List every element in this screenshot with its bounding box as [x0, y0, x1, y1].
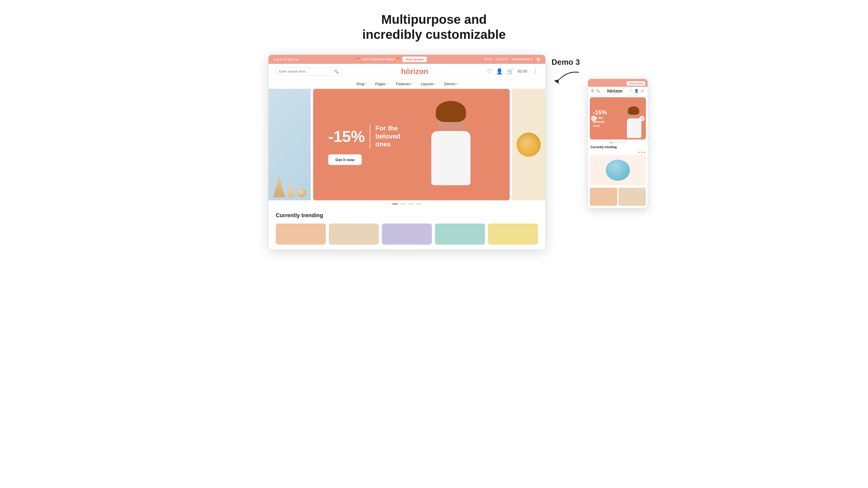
mobile-hero-content: -15% For the beloved ones [590, 106, 610, 131]
discount-value: -15% [328, 128, 365, 144]
trending-card-5[interactable] [488, 224, 538, 245]
site-nav: Shop ▾ Pages ▾ Features ▾ Layouts ▾ Demo… [269, 79, 545, 89]
logo-text: hòrizon [401, 67, 428, 76]
language-selector[interactable]: EN ▾ [485, 57, 492, 61]
demo-arrow-icon [552, 69, 582, 84]
nav-demos[interactable]: Demos ▾ [444, 82, 458, 86]
nav-shop[interactable]: Shop ▾ [356, 82, 367, 86]
trending-card-img-5 [488, 224, 538, 245]
mobile-stars-area: ★★★ [588, 151, 648, 155]
mobile-hero: ‹ -15% For the beloved ones › [590, 97, 646, 139]
demo-wrapper: Log in or Sign up 🔥 Jetzt Kostenlos test… [268, 55, 600, 250]
mobile-mockup: Jetzt testen ☰ 🔍 hòrizon ♡ 👤 🛒 ‹ -15% Fo… [588, 78, 648, 208]
mobile-discount: -15% [593, 109, 607, 116]
mobile-account-icon[interactable]: 👤 [634, 89, 639, 93]
carousel-dot-3[interactable] [408, 203, 414, 204]
promo-text: 🔥 Jetzt Kostenlos testen! 🔥 [356, 57, 400, 61]
mobile-dot-1[interactable] [610, 142, 613, 143]
mobile-carousel-dots [588, 141, 648, 144]
search-input[interactable] [279, 70, 332, 73]
chevron-down-icon: ▾ [434, 83, 435, 85]
account-icon[interactable]: 👤 [496, 68, 503, 75]
hero-section: -15% For the beloved ones Get it now [269, 89, 545, 200]
mobile-trending-grid [588, 188, 648, 208]
currency-selector[interactable]: € Euro ▾ [495, 57, 508, 61]
mobile-trending-card-2[interactable] [618, 188, 646, 206]
trending-card-img-2 [329, 224, 379, 245]
mobile-wishlist-icon[interactable]: ♡ [629, 89, 632, 93]
jetzt-testen-button[interactable]: Jetzt testen [402, 57, 427, 62]
child-figure [419, 98, 486, 200]
trending-title: Currently trending [276, 213, 538, 219]
mobile-trending-card-1[interactable] [590, 188, 617, 206]
hero-main: -15% For the beloved ones Get it now [313, 89, 510, 200]
nav-features[interactable]: Features ▾ [396, 82, 412, 86]
search-icon: 🔍 [334, 69, 339, 74]
trending-card-3[interactable] [382, 224, 432, 245]
service-menu[interactable]: Service/help ▾ [512, 57, 532, 61]
child-hair [436, 101, 466, 122]
carousel-dot-4[interactable] [415, 203, 422, 204]
bowl-decoration [517, 133, 541, 157]
promo-bar: 🔥 Jetzt Kostenlos testen! 🔥 Jetzt testen [356, 57, 427, 62]
trending-grid [276, 224, 538, 245]
plate-image [606, 160, 630, 181]
browser-mockup: Log in or Sign up 🔥 Jetzt Kostenlos test… [268, 55, 546, 250]
trending-card-img-1 [276, 224, 326, 245]
hero-discount: -15% For the beloved ones [328, 124, 401, 148]
mobile-dot-2[interactable] [614, 142, 618, 143]
toy-mountain [273, 176, 285, 197]
mobile-dot-3[interactable] [618, 142, 622, 143]
chevron-down-icon: ▾ [386, 83, 388, 85]
mobile-child-figure [625, 106, 644, 139]
nav-layouts[interactable]: Layouts ▾ [421, 82, 435, 86]
nav-layouts-label: Layouts [421, 82, 433, 86]
carousel-dots [269, 200, 545, 207]
page-headline: Multipurpose and incredibly customizable [362, 12, 506, 42]
headline-line1: Multipurpose and [381, 12, 487, 27]
trending-card-2[interactable] [329, 224, 379, 245]
mobile-dot-4[interactable] [623, 142, 627, 143]
wooden-toys-decoration [269, 89, 311, 200]
hero-cta-button[interactable]: Get it now [328, 154, 362, 165]
trending-card-4[interactable] [435, 224, 485, 245]
hero-tagline: For the beloved ones [375, 124, 400, 148]
nav-pages-label: Pages [375, 82, 385, 86]
header-actions: ♡ 👤 🛒 €0.00° ⋮ [487, 68, 538, 75]
carousel-dot-2[interactable] [400, 203, 406, 204]
carousel-dot-1[interactable] [392, 203, 398, 204]
mobile-cart-icon[interactable]: 🛒 [641, 89, 645, 93]
search-bar[interactable]: 🔍 [276, 67, 342, 76]
mobile-product-card[interactable] [590, 155, 646, 185]
nav-pages[interactable]: Pages ▾ [375, 82, 388, 86]
close-button[interactable]: ✕ [536, 57, 540, 61]
mobile-top-cta[interactable]: Jetzt testen [627, 82, 645, 86]
wishlist-icon[interactable]: ♡ [487, 68, 492, 75]
top-bar: Log in or Sign up 🔥 Jetzt Kostenlos test… [269, 55, 545, 64]
trending-card-1[interactable] [276, 224, 326, 245]
chevron-down-icon: ▾ [366, 83, 367, 85]
more-icon[interactable]: ⋮ [532, 68, 538, 75]
cart-price: €0.00° [518, 69, 528, 73]
toy-cone [287, 182, 296, 197]
mobile-next-arrow[interactable]: › [639, 116, 645, 121]
mobile-top-bar: Jetzt testen [588, 79, 648, 87]
nav-features-label: Features [396, 82, 410, 86]
site-logo[interactable]: hòrizon [401, 67, 428, 76]
site-header: 🔍 hòrizon ♡ 👤 🛒 €0.00° ⋮ [269, 64, 545, 79]
hero-left-panel [269, 89, 311, 200]
child-body [431, 131, 470, 185]
toy-sphere [297, 188, 306, 197]
login-link[interactable]: Log in or Sign up [273, 58, 299, 61]
cart-icon[interactable]: 🛒 [507, 68, 514, 75]
mobile-child-hair [628, 106, 639, 115]
mobile-menu-icon[interactable]: ☰ [591, 89, 594, 93]
mobile-header: ☰ 🔍 hòrizon ♡ 👤 🛒 [588, 87, 648, 96]
mobile-search-icon[interactable]: 🔍 [596, 89, 600, 93]
top-bar-right: EN ▾ € Euro ▾ Service/help ▾ ✕ [485, 57, 540, 61]
trending-card-img-3 [382, 224, 432, 245]
mobile-child-body [627, 119, 641, 138]
hero-right-panel [512, 89, 545, 200]
chevron-down-icon: ▾ [411, 83, 412, 85]
mobile-header-left-icons: ☰ 🔍 [591, 89, 600, 93]
